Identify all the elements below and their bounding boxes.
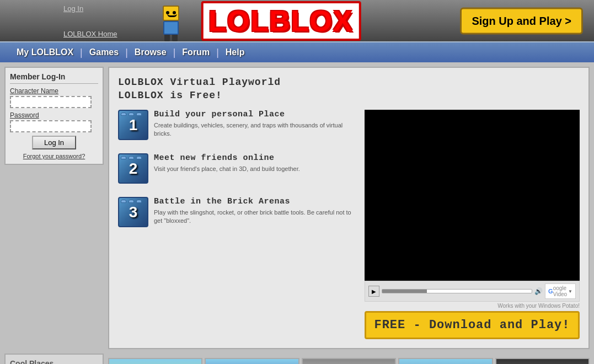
stud [136, 156, 142, 159]
log-in-link[interactable]: Log In [63, 4, 83, 13]
cool-places-sidebar: Cool Places Check out some of our favori… [4, 354, 104, 364]
feature-description-2: Visit your friend's place, chat in 3D, a… [154, 165, 300, 173]
feature-heading-1: Build your personal Place [154, 110, 356, 119]
progress-bar-fill [382, 290, 427, 293]
video-player[interactable] [365, 110, 580, 281]
nav-separator-3: | [172, 47, 177, 58]
stud [121, 200, 126, 203]
stud [121, 156, 126, 159]
windows-potato-text: Works with your Windows Potato! [365, 303, 580, 309]
character-body [163, 21, 179, 35]
thumbnail-2[interactable] [205, 358, 299, 364]
brick-number-3: 3 [129, 204, 138, 221]
google-dropdown-icon: ▼ [568, 289, 572, 294]
nav-separator-1: | [79, 47, 84, 58]
home-link[interactable]: LOLBLOX Home [63, 30, 117, 38]
feature-icon-1: 1 [118, 110, 148, 140]
stud [129, 113, 134, 116]
feature-description-1: Create buildings, vehicles, scenery, and… [154, 121, 356, 138]
character-figure [154, 6, 188, 41]
login-button[interactable]: Log In [32, 136, 76, 149]
features-list: 1 Build your personal Place Create build… [118, 110, 356, 339]
forgot-password-link[interactable]: Forgot your password? [10, 153, 98, 159]
feature-icon-2: 2 [118, 153, 148, 184]
nav-separator-2: | [124, 47, 129, 58]
thumbnail-1[interactable] [108, 358, 202, 364]
brick-number-1: 1 [129, 116, 138, 134]
stud [129, 200, 134, 203]
logo-area: LOLBLOX [201, 1, 361, 41]
member-login-box: Member Log-In Character Name Password Lo… [4, 67, 104, 165]
google-video-badge[interactable]: G oogleVideo ▼ [545, 283, 576, 299]
password-label: Password [10, 111, 98, 119]
stud [121, 113, 126, 116]
signup-button[interactable]: Sign Up and Play > [460, 7, 583, 34]
nav-help[interactable]: Help [220, 47, 250, 57]
feature-text-3: Battle in the Brick Arenas Play with the… [154, 197, 356, 226]
character-name-input[interactable] [10, 96, 92, 108]
nav-separator-4: | [215, 47, 220, 58]
volume-icon[interactable]: 🔊 [534, 287, 543, 295]
header: Log In LOLBLOX Home LOLBLOX Sign Up and … [0, 0, 594, 41]
feature-item-2: 2 Meet new friends online Visit your fri… [118, 153, 356, 184]
nav-games[interactable]: Games [84, 47, 124, 57]
character-legs [154, 35, 188, 41]
brick-icon-2: 2 [118, 153, 148, 184]
nav-browse[interactable]: Browse [129, 47, 172, 57]
download-button[interactable]: FREE - Download and Play! [365, 311, 580, 339]
cool-places-title: Cool Places [10, 359, 98, 364]
feature-item-3: 3 Battle in the Brick Arenas Play with t… [118, 197, 356, 227]
brick-icon-1: 1 [118, 110, 148, 140]
password-input[interactable] [10, 120, 92, 132]
play-button[interactable]: ▶ [368, 286, 379, 297]
stud [136, 113, 142, 116]
site-logo: LOLBLOX [201, 1, 361, 41]
thumbnail-5[interactable] [495, 358, 590, 364]
main-wrapper: Member Log-In Character Name Password Lo… [0, 62, 594, 354]
character-leg-right [172, 35, 178, 41]
thumbnail-4[interactable] [398, 358, 493, 364]
video-area: ▶ 🔊 G oogleVideo ▼ Works with your Windo… [365, 110, 580, 339]
google-g: G [548, 288, 553, 295]
google-rest: oogleVideo [553, 285, 567, 297]
brick-studs-1 [121, 113, 146, 116]
thumbnails-row [108, 354, 590, 364]
bottom-wrapper: Cool Places Check out some of our favori… [0, 354, 594, 364]
brick-icon-3: 3 [118, 197, 148, 227]
logo-text: LOLBLOX [208, 5, 353, 37]
stud [136, 200, 142, 203]
feature-text-1: Build your personal Place Create buildin… [154, 110, 356, 138]
member-login-title: Member Log-In [10, 72, 98, 84]
main-navbar: My LOLBLOX | Games | Browse | Forum | He… [0, 41, 594, 62]
feature-description-3: Play with the slingshot, rocket, or othe… [154, 208, 356, 226]
feature-item-1: 1 Build your personal Place Create build… [118, 110, 356, 140]
feature-heading-3: Battle in the Brick Arenas [154, 197, 356, 206]
nav-forum[interactable]: Forum [176, 47, 215, 57]
progress-bar-container[interactable] [382, 289, 532, 293]
brick-studs-2 [121, 156, 146, 159]
main-content: LOLBLOX Virtual Playworld LOLBLOX is Fre… [108, 67, 590, 349]
feature-text-2: Meet new friends online Visit your frien… [154, 153, 300, 173]
content-title: LOLBLOX Virtual Playworld [118, 77, 580, 88]
character-smile [167, 14, 177, 17]
brick-studs-3 [121, 200, 146, 203]
character-head [163, 6, 179, 21]
feature-heading-2: Meet new friends online [154, 153, 300, 163]
features-video-row: 1 Build your personal Place Create build… [118, 110, 580, 339]
video-controls: ▶ 🔊 G oogleVideo ▼ [365, 281, 580, 302]
sidebar: Member Log-In Character Name Password Lo… [4, 67, 104, 349]
content-subtitle: LOLBLOX is Free! [118, 90, 580, 101]
feature-icon-3: 3 [118, 197, 148, 227]
thumbnail-3[interactable] [302, 358, 396, 364]
character-name-label: Character Name [10, 87, 98, 95]
character-leg-left [164, 35, 170, 41]
stud [129, 156, 134, 159]
brick-number-2: 2 [129, 160, 138, 178]
nav-my-lolblox[interactable]: My LOLBLOX [11, 47, 79, 57]
